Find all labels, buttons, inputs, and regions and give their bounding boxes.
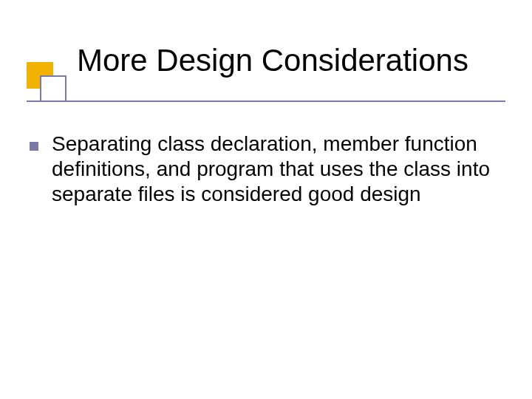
body-block: Separating class declaration, member fun… bbox=[30, 132, 502, 207]
slide-title: More Design Considerations bbox=[77, 43, 468, 78]
bullet-square-icon bbox=[30, 142, 38, 151]
bullet-text: Separating class declaration, member fun… bbox=[52, 132, 502, 207]
square-outline-icon bbox=[40, 75, 66, 102]
bullet-item: Separating class declaration, member fun… bbox=[30, 132, 502, 207]
slide: More Design Considerations Separating cl… bbox=[0, 0, 532, 399]
title-underline bbox=[27, 100, 505, 102]
title-decoration bbox=[27, 62, 66, 102]
